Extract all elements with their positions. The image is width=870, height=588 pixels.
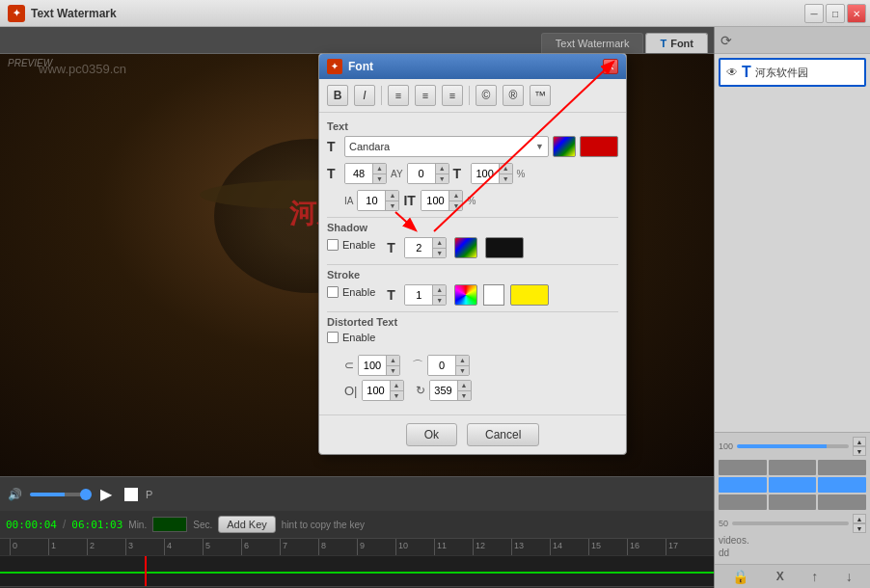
lock-icon[interactable]: 🔒 (732, 569, 748, 584)
bold-button[interactable]: B (327, 85, 348, 106)
shadow-size-input[interactable]: 2 (405, 238, 432, 257)
scale-x-input[interactable]: 100 (472, 164, 499, 183)
grid-cell-4[interactable] (719, 477, 767, 493)
grid-cell-8[interactable] (769, 494, 817, 510)
grid-cell-9[interactable] (818, 494, 866, 510)
tab-text-watermark[interactable]: Text Watermark (541, 33, 644, 53)
grid-cell-2[interactable] (769, 460, 817, 475)
rotation-spinbox[interactable]: 359 ▲ ▼ (429, 380, 472, 401)
size-down[interactable]: ▼ (853, 523, 866, 533)
min-input[interactable] (152, 517, 187, 532)
scale-y-down[interactable]: ▼ (449, 201, 462, 212)
trademark-button[interactable]: ™ (530, 85, 551, 106)
skew-y-up[interactable]: ▲ (391, 380, 403, 391)
distorted-enable-checkbox[interactable] (327, 332, 339, 343)
stroke-enable-checkbox[interactable] (327, 286, 339, 298)
move-up-icon[interactable]: ↑ (811, 569, 818, 584)
shadow-up[interactable]: ▲ (433, 237, 446, 249)
refresh-icon[interactable]: ⟳ (720, 33, 732, 48)
dialog-close-button[interactable]: ✕ (603, 59, 618, 74)
grid-cell-7[interactable] (719, 494, 767, 510)
skew-y-input[interactable]: 100 (363, 381, 390, 400)
shadow-down[interactable]: ▼ (433, 249, 446, 259)
cancel-button[interactable]: Cancel (467, 423, 539, 446)
shadow-color-box[interactable] (485, 237, 524, 258)
font-size-up[interactable]: ▲ (373, 163, 386, 174)
visibility-icon[interactable]: 👁 (726, 66, 738, 79)
font-color-box[interactable] (580, 136, 618, 157)
dialog-icon: ✦ (327, 59, 342, 74)
tracking-input[interactable]: 0 (408, 164, 435, 183)
shadow-color-picker[interactable] (454, 237, 477, 258)
stroke-size-spinbox[interactable]: 1 ▲ ▼ (404, 284, 447, 306)
leading-spinbox[interactable]: 10 ▲ ▼ (357, 190, 399, 211)
tab-font[interactable]: T Font (645, 33, 708, 53)
tracking-down[interactable]: ▼ (436, 174, 449, 185)
rotation-input[interactable]: 359 (430, 381, 457, 400)
tracking-up[interactable]: ▲ (436, 163, 449, 174)
bend-spinbox[interactable]: 0 ▲ ▼ (427, 355, 470, 376)
skew-x-spinbox[interactable]: 100 ▲ ▼ (358, 355, 400, 376)
layer-item[interactable]: 👁 T 河东软件园 (719, 58, 866, 87)
bend-up[interactable]: ▲ (456, 355, 469, 366)
align-left-button[interactable]: ≡ (388, 85, 409, 106)
skew-x-down[interactable]: ▼ (387, 366, 399, 377)
italic-button[interactable]: I (354, 85, 375, 106)
delete-icon[interactable]: X (776, 570, 784, 583)
grid-cell-6[interactable] (818, 477, 866, 493)
skew-y-spinbox[interactable]: 100 ▲ ▼ (362, 380, 404, 401)
shadow-enable-checkbox[interactable] (327, 239, 339, 251)
font-size-input[interactable]: 48 (345, 164, 372, 183)
move-down-icon[interactable]: ↓ (846, 569, 853, 584)
color-picker-button[interactable] (553, 136, 576, 157)
scale-x-up[interactable]: ▲ (500, 163, 512, 174)
leading-down[interactable]: ▼ (386, 201, 398, 212)
stroke-color-picker[interactable] (454, 284, 477, 306)
copyright-button[interactable]: © (476, 85, 497, 106)
grid-cell-5[interactable] (769, 477, 817, 493)
timeline-track[interactable] (0, 555, 714, 586)
rotation-down[interactable]: ▼ (458, 391, 471, 402)
align-right-button[interactable]: ≡ (442, 85, 463, 106)
stroke-transparent-box[interactable] (483, 284, 504, 306)
maximize-button[interactable]: □ (826, 4, 845, 23)
stroke-up[interactable]: ▲ (433, 284, 446, 296)
size-slider[interactable] (732, 521, 849, 525)
volume-slider[interactable] (30, 493, 88, 496)
opacity-up[interactable]: ▲ (853, 437, 866, 446)
registered-button[interactable]: ® (503, 85, 524, 106)
scale-x-spinbox[interactable]: 100 ▲ ▼ (471, 163, 513, 184)
close-button[interactable]: ✕ (847, 4, 866, 23)
stroke-color-box[interactable] (510, 284, 549, 306)
font-select[interactable]: Candara ▼ (344, 136, 549, 157)
leading-up[interactable]: ▲ (386, 190, 398, 201)
skew-x-up[interactable]: ▲ (387, 355, 399, 366)
scale-x-down[interactable]: ▼ (500, 174, 512, 185)
size-up[interactable]: ▲ (853, 514, 866, 523)
scale-y-input[interactable]: 100 (421, 191, 449, 210)
rotation-up[interactable]: ▲ (458, 380, 471, 391)
stroke-size-input[interactable]: 1 (405, 285, 432, 305)
align-center-button[interactable]: ≡ (415, 85, 436, 106)
skew-x-input[interactable]: 100 (359, 356, 386, 375)
ok-button[interactable]: Ok (406, 423, 457, 446)
tracking-spinbox[interactable]: 0 ▲ ▼ (407, 163, 449, 184)
bend-down[interactable]: ▼ (456, 366, 469, 377)
skew-y-down[interactable]: ▼ (391, 391, 403, 402)
font-size-spinbox[interactable]: 48 ▲ ▼ (344, 163, 387, 184)
scale-y-spinbox[interactable]: 100 ▲ ▼ (421, 190, 463, 211)
shadow-size-spinbox[interactable]: 2 ▲ ▼ (404, 237, 447, 258)
opacity-down[interactable]: ▼ (853, 446, 866, 456)
minimize-button[interactable]: ─ (804, 4, 824, 23)
add-key-button[interactable]: Add Key (218, 516, 276, 533)
stroke-down[interactable]: ▼ (433, 296, 446, 307)
grid-cell-3[interactable] (818, 460, 866, 475)
opacity-slider[interactable] (737, 444, 849, 448)
bend-input[interactable]: 0 (428, 356, 455, 375)
font-size-down[interactable]: ▼ (373, 174, 386, 185)
leading-input[interactable]: 10 (358, 191, 385, 210)
grid-cell-1[interactable] (719, 460, 767, 475)
stop-button[interactable] (124, 488, 138, 501)
play-button[interactable]: ▶ (95, 485, 117, 503)
scale-y-up[interactable]: ▲ (449, 190, 462, 201)
